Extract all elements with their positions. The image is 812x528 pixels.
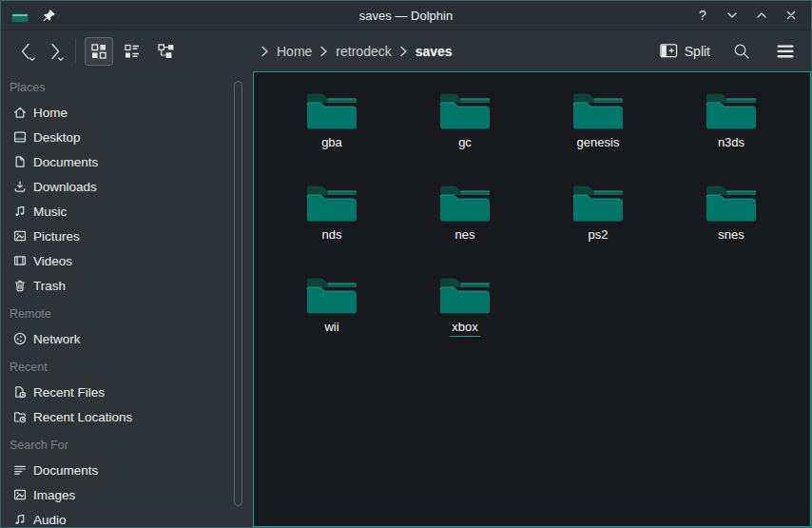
close-icon (783, 8, 799, 23)
breadcrumb-item-home[interactable]: Home (276, 42, 313, 61)
folder-view[interactable]: gba gc genesis n3ds nds (253, 71, 811, 527)
sidebar-item-search-images[interactable]: Images (1, 482, 246, 507)
sidebar-item-search-audio[interactable]: Audio (1, 507, 246, 527)
folder-item-snes[interactable]: snes (665, 180, 798, 272)
toolbar: Home retrodeck saves Split (1, 30, 811, 71)
content-area: Places Home Desktop Documents (1, 71, 811, 527)
music-note-icon (12, 204, 28, 219)
window-controls: ? (692, 5, 802, 26)
folder-label: genesis (575, 135, 622, 152)
help-button[interactable]: ? (692, 5, 713, 26)
breadcrumb-chevron-icon (261, 46, 269, 57)
sidebar-item-downloads[interactable]: Downloads (1, 174, 246, 199)
folder-item-xbox[interactable]: xbox (398, 272, 532, 364)
pin-icon[interactable] (42, 9, 56, 23)
breadcrumb: Home retrodeck saves (261, 42, 454, 61)
help-icon: ? (699, 8, 706, 23)
sidebar-item-label: Home (33, 106, 68, 120)
text-lines-icon (12, 462, 28, 478)
sidebar-item-label: Recent Files (33, 385, 105, 400)
chevron-right-icon (43, 39, 68, 64)
split-button[interactable]: Split (660, 43, 710, 59)
search-button[interactable] (729, 39, 754, 64)
breadcrumb-item-retrodeck[interactable]: retrodeck (335, 42, 392, 61)
sidebar-item-network[interactable]: Network (1, 326, 246, 351)
sidebar-item-videos[interactable]: Videos (1, 248, 246, 273)
folder-label: nes (454, 227, 477, 244)
folder-label: xbox (450, 320, 479, 337)
sidebar-item-label: Images (33, 488, 75, 502)
app-folder-icon (10, 7, 29, 24)
tree-view-icon (157, 43, 175, 60)
breadcrumb-chevron-icon (319, 46, 328, 57)
sidebar-item-label: Audio (33, 513, 67, 527)
folder-item-gba[interactable]: gba (265, 88, 398, 180)
folder-item-ps2[interactable]: ps2 (532, 180, 665, 272)
sidebar-item-label: Network (33, 332, 81, 346)
folder-label: gc (456, 135, 474, 152)
split-view-icon (660, 43, 678, 59)
folder-item-n3ds[interactable]: n3ds (665, 88, 798, 180)
section-header-remote: Remote (1, 302, 246, 326)
folder-item-genesis[interactable]: genesis (532, 88, 665, 180)
sidebar-item-label: Documents (33, 463, 98, 478)
network-icon (12, 331, 28, 346)
details-view-button[interactable] (118, 37, 146, 66)
details-view-icon (124, 43, 141, 60)
sidebar-item-search-documents[interactable]: Documents (1, 458, 246, 482)
folder-item-nes[interactable]: nes (398, 180, 532, 272)
sidebar-item-recent-locations[interactable]: Recent Locations (1, 404, 246, 429)
sidebar-item-label: Music (33, 205, 67, 219)
icons-view-icon (90, 43, 107, 60)
folder-icon (437, 88, 493, 131)
sidebar-item-label: Desktop (33, 130, 81, 145)
home-icon (12, 105, 28, 120)
back-button[interactable] (12, 37, 41, 66)
folder-label: nds (320, 227, 344, 244)
breadcrumb-item-saves[interactable]: saves (415, 42, 454, 61)
trash-icon (12, 278, 28, 293)
folder-label: n3ds (716, 135, 746, 152)
chevron-down-icon (725, 8, 740, 23)
sidebar-item-documents[interactable]: Documents (1, 149, 246, 174)
sidebar-item-music[interactable]: Music (1, 199, 246, 224)
sidebar-item-label: Recent Locations (33, 410, 132, 424)
document-icon (12, 154, 28, 169)
icons-view-button[interactable] (85, 37, 113, 66)
sidebar-item-label: Documents (33, 155, 98, 169)
forward-button[interactable] (41, 37, 69, 66)
menu-button[interactable] (773, 39, 798, 64)
sidebar-item-pictures[interactable]: Pictures (1, 224, 246, 248)
search-icon (732, 42, 751, 61)
folder-icon (304, 88, 359, 131)
sidebar-item-label: Trash (33, 279, 66, 293)
titlebar: saves — Dolphin ? (1, 1, 811, 30)
music-note-icon (12, 512, 28, 527)
toolbar-separator (75, 39, 76, 64)
toolbar-right-group: Split (660, 39, 798, 64)
folder-grid: gba gc genesis n3ds nds (265, 88, 810, 364)
image-icon (12, 228, 28, 244)
folder-label: ps2 (587, 227, 610, 244)
image-icon (12, 487, 28, 502)
folder-item-gc[interactable]: gc (398, 88, 532, 180)
folder-icon (304, 180, 359, 224)
titlebar-left-icons (10, 7, 56, 24)
folder-icon (704, 88, 759, 131)
sidebar-item-label: Pictures (33, 229, 80, 244)
sidebar-item-home[interactable]: Home (1, 100, 246, 125)
folder-label: gba (319, 135, 344, 152)
sidebar-item-desktop[interactable]: Desktop (1, 125, 246, 149)
close-button[interactable] (781, 5, 802, 26)
sidebar-item-label: Videos (33, 254, 72, 268)
tree-view-button[interactable] (151, 37, 180, 66)
folder-item-wii[interactable]: wii (265, 272, 398, 364)
sidebar-item-recent-files[interactable]: Recent Files (1, 380, 246, 404)
sidebar-scrollbar[interactable] (234, 81, 242, 506)
sidebar-item-trash[interactable]: Trash (1, 273, 246, 298)
maximize-button[interactable] (751, 5, 772, 26)
folder-item-nds[interactable]: nds (265, 180, 398, 272)
minimize-button[interactable] (722, 5, 743, 26)
chevron-left-icon (14, 39, 39, 64)
folder-icon (704, 180, 759, 224)
